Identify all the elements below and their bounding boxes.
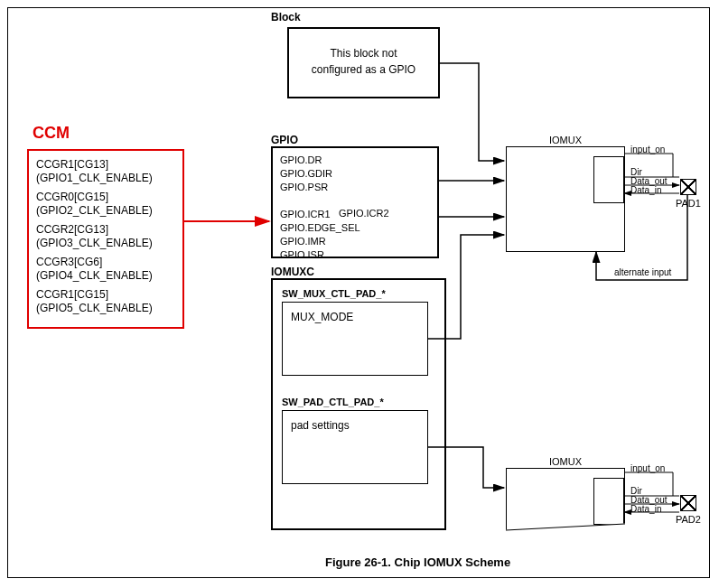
pad1-label: PAD1 [676,197,701,210]
pad2-icon [680,495,696,511]
swmux-text: MUX_MODE [291,311,353,323]
iomux1-buf-group [593,156,624,203]
ccm-reg-1: CCGR0[CG15] [36,191,108,203]
ccm-reg-4: CCGR1[CG15] [36,288,108,301]
gpio-icr2: GPIO.ICR2 [339,208,389,219]
block-title: Block [271,11,301,23]
ccm-entries: CCGR1[CG13](GPIO1_CLK_ENABLE) CCGR0[CG15… [36,158,181,321]
swpad-text: pad settings [291,419,350,432]
ccm-desc-4: (GPIO5_CLK_ENABLE) [36,302,153,314]
iomux2-title: IOMUX [549,455,582,468]
pad2-label: PAD2 [676,513,701,526]
iomux1-alt-input: alternate input [614,267,671,277]
iomux2-sig-datain: Data_in [630,504,661,514]
iomux2-buf-group [593,478,624,525]
ccm-desc-1: (GPIO2_CLK_ENABLE) [36,204,153,217]
ccm-title: CCM [33,126,70,139]
block-box: This block not configured as a GPIO [287,27,440,98]
gpio-reg-5: GPIO.EDGE_SEL [280,221,360,235]
gpio-reg-1: GPIO.GDIR [280,167,360,181]
gpio-reg-6: GPIO.IMR [280,235,360,248]
ccm-desc-3: (GPIO4_CLK_ENABLE) [36,269,153,282]
ccm-desc-2: (GPIO3_CLK_ENABLE) [36,237,153,249]
figure-caption: Figure 26-1. Chip IOMUX Scheme [325,556,510,569]
ccm-reg-0: CCGR1[CG13] [36,158,108,171]
gpio-reg-0: GPIO.DR [280,154,360,167]
iomux1-sig-datain: Data_in [630,185,661,195]
iomux2-sig-inputon: input_on [630,463,665,473]
gpio-reg-7: GPIO.ISR [280,248,360,262]
ccm-desc-0: (GPIO1_CLK_ENABLE) [36,172,153,184]
block-text-1: This block not [289,47,438,60]
iomux1-box [506,146,625,252]
gpio-title: GPIO [271,134,298,146]
swpad-title: SW_PAD_CTL_PAD_* [282,396,384,408]
swmux-title: SW_MUX_CTL_PAD_* [282,287,386,300]
ccm-reg-2: CCGR2[CG13] [36,223,108,236]
gpio-reg-2: GPIO.PSR [280,181,360,194]
ccm-reg-3: CCGR3[CG6] [36,256,102,268]
block-text-2: configured as a GPIO [289,63,438,76]
gpio-reg-3 [280,194,360,208]
iomux1-title: IOMUX [549,134,582,146]
iomux1-sig-inputon: input_on [630,145,665,154]
iomuxc-title: IOMUXC [271,266,314,278]
iomux2-box [506,468,625,533]
pad1-icon [680,179,696,195]
